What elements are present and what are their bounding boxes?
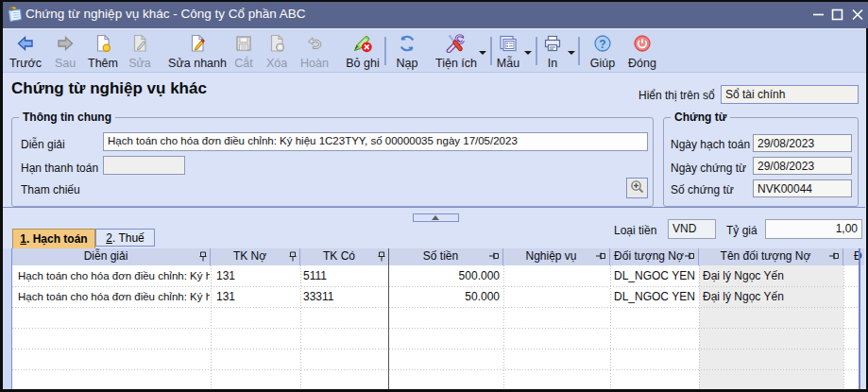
- svg-text:?: ?: [599, 38, 605, 51]
